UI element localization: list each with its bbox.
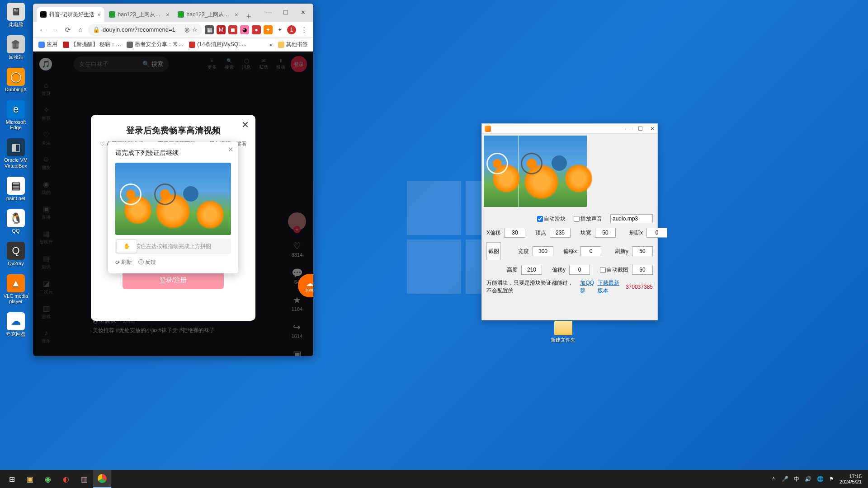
refreshx-input[interactable] xyxy=(646,228,667,238)
refreshy-input[interactable] xyxy=(632,246,653,256)
desktop-icon-quark[interactable]: ☁夸克网盘 xyxy=(3,312,29,337)
offy-input[interactable] xyxy=(569,265,590,275)
captcha-title: 请完成下列验证后继续 xyxy=(115,149,231,157)
desktop-icon-thispc[interactable]: 🖥此电脑 xyxy=(3,3,29,27)
tab-close-icon[interactable]: × xyxy=(166,11,170,18)
desktop-icon-recycle[interactable]: 🗑回收站 xyxy=(3,35,29,60)
top-input[interactable] xyxy=(550,228,571,238)
slider-target-icon xyxy=(154,183,176,205)
desktop-icon-qv2ray[interactable]: QQv2ray xyxy=(3,242,29,266)
bookmark-item[interactable]: 墨者安全分享：常… xyxy=(127,41,184,48)
window-close-button[interactable]: ✕ xyxy=(294,5,311,19)
desktop-icon-paintnet[interactable]: ▤paint.net xyxy=(3,177,29,201)
bookmark-item[interactable]: 【新提醒】 秘籍：… xyxy=(63,41,121,48)
close-icon[interactable]: ✕ xyxy=(241,119,249,130)
forward-button[interactable]: → xyxy=(50,25,60,35)
bookmarks-overflow[interactable]: » xyxy=(269,42,273,48)
window-close-button[interactable]: ✕ xyxy=(650,126,655,132)
taskbar-app[interactable]: ◐ xyxy=(57,470,75,488)
profile-avatar[interactable]: 1 xyxy=(287,25,296,34)
bookmarks-bar: 应用 【新提醒】 秘籍：… 墨者安全分享：常… (14条消息)MySQL… » … xyxy=(33,38,313,52)
taskbar-app[interactable]: ▥ xyxy=(75,470,93,488)
back-button[interactable]: ← xyxy=(38,25,47,35)
home-button[interactable]: ⌂ xyxy=(75,25,85,35)
xoffset-input[interactable] xyxy=(505,228,525,238)
ext-icon[interactable]: M xyxy=(217,25,226,34)
tray-mic-icon[interactable]: 🎤 xyxy=(782,476,788,482)
new-tab-button[interactable]: ＋ xyxy=(243,10,255,22)
ext-icon[interactable]: ● xyxy=(252,25,261,34)
taskbar-clock[interactable]: 17:152024/5/21 xyxy=(840,474,862,484)
apps-button[interactable]: 应用 xyxy=(38,41,57,48)
taskbar-app[interactable]: ◉ xyxy=(39,470,57,488)
tab-hao123-2[interactable]: hao123_上网从这里开始× xyxy=(174,7,242,22)
tab-hao123-1[interactable]: hao123_上网从这里开始× xyxy=(105,7,173,22)
slider-hint: 按住左边按钮拖动完成上方拼图 xyxy=(135,243,211,250)
slider-piece-icon xyxy=(120,183,142,205)
address-bar[interactable]: 🔒douyin.com/?recommend=1◎☆ xyxy=(88,24,202,36)
tool-form: 自动滑块 播放声音 X偏移 顶点 块宽 刷新x 截图 宽度 偏移x 刷新y 高度… xyxy=(482,207,657,277)
taskbar-explorer[interactable]: ▣ xyxy=(21,470,39,488)
captcha-modal: ✕ 请完成下列验证后继续 按住左边按钮拖动完成上方拼图 ✋ ⟳ 刷新 ⓘ 反馈 xyxy=(108,142,238,273)
capture-button[interactable]: 截图 xyxy=(486,242,501,260)
tool-app-icon xyxy=(485,126,491,132)
slider-track[interactable]: 按住左边按钮拖动完成上方拼图 ✋ xyxy=(115,239,231,254)
tray-ime-icon[interactable]: 中 xyxy=(794,475,799,483)
bookmark-item[interactable]: (14条消息)MySQL… xyxy=(189,41,246,48)
folder-icon xyxy=(554,321,572,335)
auto-slide-checkbox[interactable]: 自动滑块 xyxy=(537,215,566,223)
tab-douyin[interactable]: 抖音-记录美好生活× xyxy=(37,7,104,22)
audio-path-input[interactable] xyxy=(610,214,653,223)
desktop-icon-dubbingx[interactable]: ◯DubbingX xyxy=(3,68,29,92)
desktop-icon-vlc[interactable]: ▲VLC media player xyxy=(3,274,29,304)
tray-network-icon[interactable]: 🌐 xyxy=(817,476,824,482)
ext-icon[interactable]: ▦ xyxy=(205,25,214,34)
play-sound-checkbox[interactable]: 播放声音 xyxy=(574,215,602,223)
other-bookmarks[interactable]: 其他书签 xyxy=(278,41,308,48)
qq-group-number[interactable]: 370037385 xyxy=(626,284,653,290)
chrome-menu-button[interactable]: ⋮ xyxy=(299,25,309,35)
desktop-icon-qq[interactable]: 🐧QQ xyxy=(3,209,29,234)
bookmark-star-icon[interactable]: ☆ xyxy=(192,26,198,33)
start-button[interactable]: ⊞ xyxy=(3,470,21,488)
slider-handle[interactable]: ✋ xyxy=(116,239,137,253)
login-register-button[interactable]: 登录/注册 xyxy=(123,271,224,289)
window-maximize-button[interactable]: ☐ xyxy=(638,126,643,132)
tool-footer: 万能滑块，只要是滑块验证都能过，不会配置的 加QQ群 下载最新版本 370037… xyxy=(482,277,657,297)
taskbar-chrome[interactable] xyxy=(93,470,111,488)
join-qq-link[interactable]: 加QQ群 xyxy=(580,279,595,295)
tray-chevron-icon[interactable]: ＾ xyxy=(771,475,776,483)
desktop-icon-newfolder[interactable]: 新建文件夹 xyxy=(551,321,576,343)
tab-close-icon[interactable]: × xyxy=(235,11,238,18)
window-minimize-button[interactable]: — xyxy=(625,126,631,132)
taskbar: ⊞ ▣ ◉ ◐ ▥ ＾ 🎤 中 🔊 🌐 ⚑ 17:152024/5/21 xyxy=(0,470,868,488)
tab-close-icon[interactable]: × xyxy=(97,11,101,18)
captcha-feedback-button[interactable]: ⓘ 反馈 xyxy=(138,258,156,266)
captcha-refresh-button[interactable]: ⟳ 刷新 xyxy=(115,258,132,266)
ext-icon[interactable]: ◼ xyxy=(228,25,237,34)
reader-icon[interactable]: ◎ xyxy=(184,26,189,33)
window-maximize-button[interactable]: ☐ xyxy=(277,5,294,19)
tray-volume-icon[interactable]: 🔊 xyxy=(805,476,811,482)
close-icon[interactable]: ✕ xyxy=(228,145,234,154)
width-input[interactable] xyxy=(533,246,553,256)
chrome-toolbar: ← → ⟳ ⌂ 🔒douyin.com/?recommend=1◎☆ ▦ M ◼… xyxy=(33,22,313,38)
download-latest-link[interactable]: 下载最新版本 xyxy=(598,279,624,295)
lock-icon: 🔒 xyxy=(93,26,100,33)
window-minimize-button[interactable]: — xyxy=(260,5,277,19)
ext-icon[interactable]: ◕ xyxy=(240,25,249,34)
tray-flag-icon[interactable]: ⚑ xyxy=(829,476,834,482)
desktop-icons: 🖥此电脑 🗑回收站 ◯DubbingX eMicrosoft Edge ◧Ora… xyxy=(3,3,30,337)
ext-icon[interactable]: ✦ xyxy=(264,25,273,34)
blockw-input[interactable] xyxy=(595,228,616,238)
extensions-button[interactable]: ✦ xyxy=(275,25,284,34)
reload-button[interactable]: ⟳ xyxy=(63,25,73,35)
desktop-icon-edge[interactable]: eMicrosoft Edge xyxy=(3,100,29,130)
autocap-interval-input[interactable] xyxy=(632,265,653,275)
height-input[interactable] xyxy=(521,265,542,275)
offx-input[interactable] xyxy=(580,246,601,256)
tool-titlebar: —☐✕ xyxy=(482,124,657,134)
desktop-icon-virtualbox[interactable]: ◧Oracle VM VirtualBox xyxy=(3,138,29,168)
auto-capture-checkbox[interactable]: 自动截图 xyxy=(600,266,628,274)
url-text: douyin.com/?recommend=1 xyxy=(103,26,175,33)
